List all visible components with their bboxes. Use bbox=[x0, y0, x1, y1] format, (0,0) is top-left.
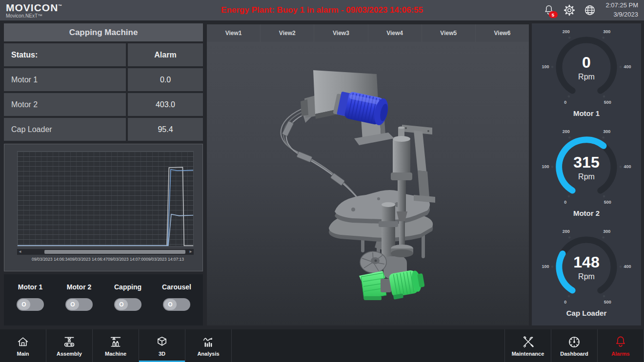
nav-item-main[interactable]: Main bbox=[0, 329, 46, 362]
motor1-row-value: 0.0 bbox=[128, 68, 203, 91]
nav-item-machine[interactable]: Machine bbox=[93, 329, 139, 362]
clock-date: 3/9/2023 bbox=[606, 10, 639, 19]
switch-label: Carousel bbox=[162, 283, 191, 291]
nav-item-dashboard[interactable]: Dashboard bbox=[551, 329, 598, 362]
tab-view3[interactable]: View3 bbox=[314, 24, 368, 42]
svg-text:300: 300 bbox=[603, 129, 610, 134]
toggle-knob: O bbox=[66, 299, 79, 310]
clock: 2:07:25 PM 3/9/2023 bbox=[606, 1, 639, 19]
switch-label: Motor 1 bbox=[18, 283, 43, 291]
scroll-right-arrow[interactable]: ► bbox=[188, 249, 194, 255]
capping-motor-3d bbox=[332, 89, 390, 126]
svg-text:200: 200 bbox=[563, 129, 570, 134]
scrollbar-thumb[interactable] bbox=[44, 250, 185, 254]
status-row-value: Alarm bbox=[128, 43, 203, 66]
nav-item-assembly[interactable]: Assembly bbox=[46, 329, 93, 362]
svg-text:500: 500 bbox=[604, 200, 611, 205]
tab-view5[interactable]: View5 bbox=[422, 24, 476, 42]
toggle-knob: O bbox=[115, 299, 128, 310]
globe-icon bbox=[584, 4, 596, 17]
clock-time: 2:07:25 PM bbox=[606, 1, 639, 10]
topbar: MOVICON™ Movicon.NExT™ Energy Plant: Buo… bbox=[0, 0, 644, 20]
gauge-dashboard-icon bbox=[567, 335, 582, 349]
tab-view4[interactable]: View4 bbox=[368, 24, 422, 42]
motor1-row-label: Motor 1 bbox=[4, 68, 126, 91]
gauge-value: 0 bbox=[532, 54, 641, 72]
gauge-motor-2: 0100200300400500 315 Rpm Motor 2 bbox=[532, 125, 641, 225]
topbar-actions: 5 2:07:25 P bbox=[543, 1, 639, 19]
navbar-spacer bbox=[232, 329, 505, 362]
home-icon bbox=[16, 335, 30, 349]
scroll-left-arrow[interactable]: ◄ bbox=[17, 249, 23, 255]
nav-item-analysis[interactable]: Analysis bbox=[185, 329, 232, 362]
motor2-toggle[interactable]: O bbox=[65, 298, 93, 311]
trend-scrollbar[interactable]: ◄ ► bbox=[17, 249, 194, 255]
machine-3d-model bbox=[207, 42, 529, 325]
gear-icon bbox=[563, 4, 576, 17]
gauge-unit: Rpm bbox=[532, 272, 641, 281]
svg-text:300: 300 bbox=[603, 229, 610, 234]
svg-text:300: 300 bbox=[603, 29, 610, 34]
switch-group-capping: Capping O bbox=[103, 283, 152, 311]
movicon-logo: MOVICON™ Movicon.NExT™ bbox=[6, 2, 62, 19]
bottom-navbar: Main Assembly Machine bbox=[0, 329, 644, 362]
caploader-row-label: Cap Loader bbox=[4, 118, 126, 141]
trend-chart-panel: ◄ ► 09/03/2023 14:06:34 09/03/2023 14:06… bbox=[4, 144, 203, 271]
carousel-toggle[interactable]: O bbox=[163, 298, 190, 311]
machine-panel-title: Capping Machine bbox=[4, 23, 203, 41]
motor2-row-value: 403.0 bbox=[128, 93, 203, 116]
caploader-row-value: 95.4 bbox=[128, 118, 203, 141]
gauge-value: 315 bbox=[532, 153, 641, 171]
trend-time-axis: 09/03/2023 14:06:34 09/03/2023 14:06:47 … bbox=[10, 255, 198, 262]
machine-status-table: Status: Alarm Motor 1 0.0 Motor 2 403.0 … bbox=[4, 43, 203, 141]
time-tick: 09/03/2023 14:06:47 bbox=[70, 257, 108, 262]
settings-button[interactable] bbox=[563, 4, 576, 17]
svg-text:0: 0 bbox=[564, 100, 566, 105]
svg-text:500: 500 bbox=[604, 300, 611, 305]
gauge-name: Motor 2 bbox=[532, 209, 641, 217]
scrollbar-track[interactable] bbox=[23, 250, 188, 254]
switch-group-carousel: Carousel O bbox=[152, 283, 201, 311]
scada-screen: MOVICON™ Movicon.NExT™ Energy Plant: Buo… bbox=[0, 0, 644, 362]
time-tick: 09/03/2023 14:06:34 bbox=[32, 257, 70, 262]
switch-group-motor1: Motor 1 O bbox=[6, 283, 55, 311]
status-row-label: Status: bbox=[4, 43, 126, 66]
motor-switch-panel: Motor 1 O Motor 2 O Capping O bbox=[4, 274, 203, 325]
main-content: Capping Machine Status: Alarm Motor 1 0.… bbox=[0, 20, 644, 329]
machine-info-column: Capping Machine Status: Alarm Motor 1 0.… bbox=[4, 23, 203, 325]
gauge-name: Motor 1 bbox=[532, 109, 641, 117]
3d-view-section: View1 View2 View3 View4 View5 View6 bbox=[207, 24, 529, 325]
gauge-column: 0100200300400500 0 Rpm Motor 1 010020030… bbox=[532, 23, 641, 325]
capping-toggle[interactable]: O bbox=[114, 298, 141, 311]
gauge-value: 148 bbox=[532, 253, 641, 271]
svg-text:0: 0 bbox=[564, 200, 566, 205]
gauge-unit: Rpm bbox=[532, 73, 641, 81]
3d-viewport[interactable] bbox=[207, 42, 529, 325]
notifications-button[interactable]: 5 bbox=[543, 4, 555, 17]
assembly-line-icon bbox=[62, 335, 77, 349]
nav-item-maintenance[interactable]: Maintenance bbox=[505, 329, 551, 362]
toggle-knob: O bbox=[18, 299, 30, 310]
cube-3d-icon bbox=[155, 335, 169, 349]
time-tick: 09/03/2023 14:07:13 bbox=[146, 257, 184, 262]
tab-view6[interactable]: View6 bbox=[476, 24, 529, 42]
logo-subtitle: Movicon.NExT™ bbox=[6, 13, 62, 19]
svg-text:500: 500 bbox=[604, 100, 611, 105]
gauge-motor-1: 0100200300400500 0 Rpm Motor 1 bbox=[532, 25, 641, 125]
nav-item-3d[interactable]: 3D bbox=[139, 329, 185, 362]
time-tick: 09/03/2023 14:07:00 bbox=[108, 257, 146, 262]
trend-lines bbox=[18, 152, 193, 246]
tab-view1[interactable]: View1 bbox=[207, 24, 261, 42]
pulley-3d bbox=[360, 251, 386, 273]
tools-icon bbox=[521, 335, 535, 349]
tab-view2[interactable]: View2 bbox=[261, 24, 314, 42]
nav-item-alarms[interactable]: Alarms bbox=[598, 329, 644, 362]
switch-label: Motor 2 bbox=[67, 283, 92, 291]
trend-plot bbox=[17, 151, 194, 247]
view-tab-bar: View1 View2 View3 View4 View5 View6 bbox=[207, 24, 529, 42]
toggle-knob: O bbox=[164, 299, 177, 310]
gauge-name: Cap Loader bbox=[532, 309, 641, 317]
motor1-toggle[interactable]: O bbox=[17, 298, 44, 311]
svg-text:0: 0 bbox=[564, 300, 566, 305]
language-button[interactable] bbox=[584, 4, 596, 17]
